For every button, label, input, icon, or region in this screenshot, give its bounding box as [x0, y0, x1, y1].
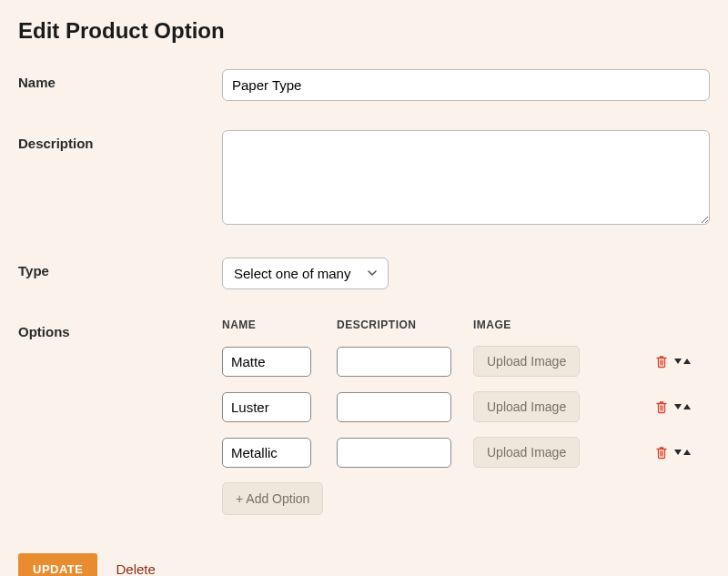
- option-description-input[interactable]: [337, 347, 451, 377]
- options-header-description: DESCRIPTION: [337, 318, 473, 331]
- label-name: Name: [18, 69, 222, 90]
- option-row: Upload Image: [222, 437, 710, 468]
- label-options: Options: [18, 318, 222, 339]
- upload-image-button[interactable]: Upload Image: [473, 437, 580, 468]
- option-name-input[interactable]: [222, 392, 311, 422]
- options-header-name: NAME: [222, 318, 337, 331]
- option-row: Upload Image: [222, 346, 710, 377]
- name-input[interactable]: [222, 69, 710, 101]
- option-row: Upload Image: [222, 391, 710, 422]
- sort-handle[interactable]: [673, 402, 692, 411]
- page-title: Edit Product Option: [18, 18, 710, 44]
- trash-icon[interactable]: [655, 446, 668, 460]
- trash-icon[interactable]: [655, 400, 668, 414]
- upload-image-button[interactable]: Upload Image: [473, 346, 580, 377]
- option-name-input[interactable]: [222, 438, 311, 468]
- label-description: Description: [18, 130, 222, 151]
- update-button[interactable]: UPDATE: [18, 553, 97, 576]
- sort-handle[interactable]: [673, 357, 692, 366]
- label-type: Type: [18, 258, 222, 278]
- type-select[interactable]: Select one of many: [222, 258, 389, 289]
- option-description-input[interactable]: [337, 438, 451, 468]
- upload-image-button[interactable]: Upload Image: [473, 391, 580, 422]
- option-description-input[interactable]: [337, 392, 451, 422]
- description-textarea[interactable]: [222, 130, 710, 225]
- add-option-button[interactable]: + Add Option: [222, 482, 323, 515]
- options-header-image: IMAGE: [473, 318, 628, 331]
- sort-handle[interactable]: [673, 448, 692, 457]
- delete-link[interactable]: Delete: [116, 561, 155, 576]
- trash-icon[interactable]: [655, 355, 668, 369]
- option-name-input[interactable]: [222, 347, 311, 377]
